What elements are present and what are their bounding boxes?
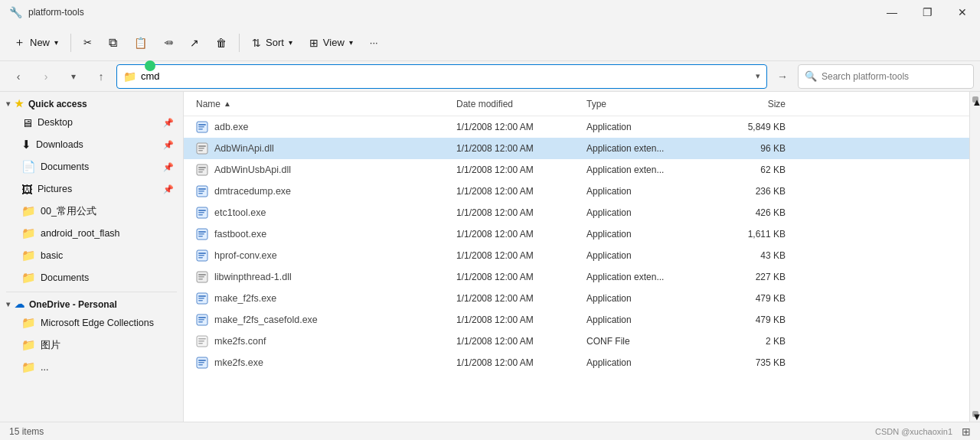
file-type: Application (586, 207, 709, 218)
sidebar-item-basic[interactable]: 📁 basic (3, 245, 180, 266)
table-row[interactable]: AdbWinUsbApi.dll 1/1/2008 12:00 AM Appli… (184, 159, 969, 181)
sidebar-item-more[interactable]: 📁 ... (3, 357, 180, 378)
go-button[interactable]: → (770, 64, 795, 89)
quick-access-chevron-icon: ▾ (6, 99, 10, 108)
new-button[interactable]: ＋ New ▾ (6, 29, 66, 57)
column-name[interactable]: Name ▲ (196, 99, 456, 109)
file-size: 62 KB (709, 165, 786, 175)
svg-rect-17 (198, 210, 206, 211)
back-button[interactable]: ‹ (6, 64, 31, 89)
file-name: mke2fs.exe (214, 357, 263, 368)
svg-rect-46 (198, 362, 204, 363)
quick-access-header[interactable]: ▾ ★ Quick access (0, 95, 183, 111)
sidebar-item-downloads[interactable]: ⬇ Downloads 📌 (3, 134, 180, 155)
up-button[interactable]: ↑ (89, 64, 113, 89)
file-type: Application (586, 250, 709, 261)
search-input[interactable] (822, 71, 967, 82)
sidebar-item-documents[interactable]: 📄 Documents 📌 (3, 156, 180, 178)
file-date: 1/1/2008 12:00 AM (456, 122, 586, 132)
file-name: dmtracedump.exe (214, 186, 291, 197)
svg-rect-18 (198, 212, 204, 213)
onedrive-chevron-icon: ▾ (6, 300, 10, 308)
svg-rect-29 (198, 274, 206, 275)
minimize-button[interactable]: — (874, 0, 910, 24)
file-type: Application (586, 293, 709, 304)
quick-access-star-icon: ★ (15, 98, 24, 109)
file-size: 479 KB (709, 293, 786, 304)
delete-button[interactable]: 🗑 (208, 29, 234, 57)
column-date[interactable]: Date modified (456, 99, 586, 109)
loading-indicator (145, 60, 155, 71)
maximize-button[interactable]: ❐ (910, 0, 945, 24)
file-name: make_f2fs_casefold.exe (214, 315, 318, 325)
address-chevron-icon[interactable]: ▾ (756, 71, 760, 81)
file-type: Application exten... (586, 143, 709, 154)
address-bar-row: ‹ › ▾ ↑ 📁 ▾ → 🔍 (0, 61, 980, 92)
sort-button[interactable]: ⇅ Sort ▾ (244, 29, 300, 57)
file-type: Application (586, 315, 709, 325)
file-list: adb.exe 1/1/2008 12:00 AM Application 5,… (184, 116, 969, 422)
address-input[interactable] (141, 70, 751, 82)
file-name: libwinpthread-1.dll (214, 272, 292, 282)
table-row[interactable]: dmtracedump.exe 1/1/2008 12:00 AM Applic… (184, 181, 969, 202)
table-row[interactable]: etc1tool.exe 1/1/2008 12:00 AM Applicati… (184, 202, 969, 223)
table-row[interactable]: mke2fs.conf 1/1/2008 12:00 AM CONF File … (184, 331, 969, 352)
scrollbar-down-arrow[interactable]: ▼ (972, 411, 978, 417)
file-icon (196, 249, 210, 262)
table-row[interactable]: make_f2fs_casefold.exe 1/1/2008 12:00 AM… (184, 309, 969, 331)
more-label: ... (41, 362, 174, 373)
file-date: 1/1/2008 12:00 AM (456, 229, 586, 240)
table-row[interactable]: adb.exe 1/1/2008 12:00 AM Application 5,… (184, 116, 969, 138)
file-name: adb.exe (214, 122, 248, 132)
folder-label-1: 00_常用公式 (41, 205, 174, 218)
statusbar: 15 items CSDN @xuchaoxin1 ⊞ (0, 422, 980, 440)
table-row[interactable]: fastboot.exe 1/1/2008 12:00 AM Applicati… (184, 223, 969, 245)
table-row[interactable]: mke2fs.exe 1/1/2008 12:00 AM Application… (184, 352, 969, 373)
svg-rect-35 (198, 300, 203, 301)
forward-button[interactable]: › (34, 64, 58, 89)
svg-rect-26 (198, 255, 204, 256)
address-bar[interactable]: 📁 ▾ (116, 64, 767, 89)
view-toggle-icon[interactable]: ⊞ (962, 425, 971, 438)
table-row[interactable]: libwinpthread-1.dll 1/1/2008 12:00 AM Ap… (184, 266, 969, 288)
table-row[interactable]: hprof-conv.exe 1/1/2008 12:00 AM Applica… (184, 245, 969, 266)
onedrive-header[interactable]: ▾ ☁ OneDrive - Personal (0, 295, 183, 311)
file-name: AdbWinApi.dll (214, 143, 274, 154)
file-name: fastboot.exe (214, 229, 266, 240)
column-type[interactable]: Type (586, 99, 709, 109)
svg-rect-47 (198, 364, 203, 366)
paste-button[interactable]: 📋 (126, 29, 155, 57)
file-size: 479 KB (709, 315, 786, 325)
sidebar-item-desktop[interactable]: 🖥 Desktop 📌 (3, 112, 180, 133)
titlebar-controls: — ❐ ✕ (874, 0, 980, 24)
cut-button[interactable]: ✂ (76, 29, 100, 57)
sidebar-item-pictures[interactable]: 🖼 Pictures 📌 (3, 178, 180, 200)
table-row[interactable]: make_f2fs.exe 1/1/2008 12:00 AM Applicat… (184, 288, 969, 309)
copy-icon: ⧉ (109, 36, 117, 50)
copy-button[interactable]: ⧉ (101, 29, 125, 57)
file-size: 5,849 KB (709, 122, 786, 132)
sidebar-item-pictures-cn[interactable]: 📁 图片 (3, 334, 180, 356)
search-box[interactable]: 🔍 (798, 64, 974, 89)
view-button[interactable]: ⊞ View ▾ (302, 29, 361, 57)
share-button[interactable]: ↗ (182, 29, 207, 57)
column-size[interactable]: Size (709, 99, 786, 109)
more-button[interactable]: ··· (362, 29, 386, 57)
file-date: 1/1/2008 12:00 AM (456, 207, 586, 218)
rename-button[interactable]: ✏ (156, 29, 181, 57)
sidebar-item-android-root[interactable]: 📁 android_root_flash (3, 223, 180, 244)
recent-button[interactable]: ▾ (61, 64, 86, 89)
table-row[interactable]: AdbWinApi.dll 1/1/2008 12:00 AM Applicat… (184, 138, 969, 159)
file-icon (196, 292, 210, 305)
downloads-pin-icon: 📌 (163, 140, 174, 150)
view-icon: ⊞ (309, 37, 318, 49)
file-name: etc1tool.exe (214, 207, 266, 218)
scrollbar-up-arrow[interactable]: ▲ (972, 96, 978, 103)
sidebar-item-00formula[interactable]: 📁 00_常用公式 (3, 200, 180, 222)
cut-icon: ✂ (83, 37, 92, 48)
sidebar-item-documents2[interactable]: 📁 Documents (3, 267, 180, 288)
svg-rect-38 (198, 319, 204, 321)
scrollbar-track[interactable]: ▲ ▼ (969, 92, 980, 422)
close-button[interactable]: ✕ (945, 0, 980, 24)
sidebar-item-edge-collections[interactable]: 📁 Microsoft Edge Collections (3, 312, 180, 334)
